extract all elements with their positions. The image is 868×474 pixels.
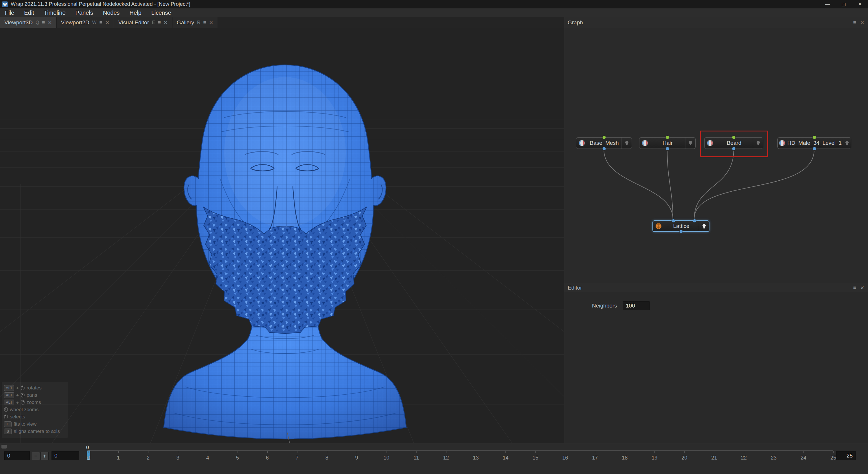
tick-label: 11: [413, 455, 419, 461]
tick-label: 5: [236, 455, 239, 461]
hint-row: S aligns camera to axis: [4, 428, 65, 435]
output-port[interactable]: [665, 147, 669, 151]
tick-label: 4: [206, 455, 209, 461]
hint-row: ALT + zooms: [4, 399, 65, 406]
visibility-bulb[interactable]: [753, 138, 763, 149]
output-port[interactable]: [732, 147, 736, 151]
viewport-3d-canvas[interactable]: [0, 28, 564, 443]
tick-label: 0: [87, 455, 90, 461]
mouse-left-icon: [21, 385, 25, 390]
geometry-icon: [576, 138, 587, 149]
tick-label: 23: [771, 455, 777, 461]
frame-increment-button[interactable]: +: [40, 452, 49, 460]
tab-viewport2d[interactable]: Viewport2D W ≡ ✕: [57, 18, 114, 28]
graph-edge: [667, 149, 673, 219]
hint-row: selects: [4, 413, 65, 420]
hint-row: F fits to view: [4, 420, 65, 428]
tab-close-icon[interactable]: ✕: [164, 20, 168, 26]
hint-text: rotates: [27, 385, 42, 391]
input-port[interactable]: [672, 219, 675, 223]
tick-label: 18: [622, 455, 627, 461]
tab-close-icon[interactable]: ✕: [105, 20, 109, 26]
tab-close-icon[interactable]: ✕: [48, 20, 52, 26]
menu-item-file[interactable]: File: [0, 8, 19, 18]
tick-label: 21: [711, 455, 717, 461]
hint-text: selects: [10, 414, 25, 420]
tab-label: Viewport3D: [4, 20, 33, 26]
tab-visual-editor[interactable]: Visual Editor E ≡ ✕: [114, 18, 173, 28]
hint-row: ALT + pans: [4, 391, 65, 399]
neighbors-field-row: Neighbors: [564, 301, 868, 310]
node-hd-male[interactable]: HD_Male_34_Level_1: [777, 137, 851, 149]
timeline-scrollbar[interactable]: [0, 443, 868, 450]
graph-close-icon[interactable]: ✕: [860, 20, 864, 26]
output-port[interactable]: [602, 136, 606, 139]
alt-badge: ALT: [4, 385, 14, 391]
tab-menu-icon[interactable]: ≡: [99, 20, 102, 26]
visibility-bulb[interactable]: [843, 138, 851, 149]
tab-menu-icon[interactable]: ≡: [42, 20, 45, 26]
title-bar: W Wrap 2021.11.3 Professional Perpetual …: [0, 0, 868, 9]
playhead-label: 0: [86, 445, 89, 450]
tab-menu-icon[interactable]: ≡: [204, 20, 206, 26]
minimize-button[interactable]: —: [819, 0, 836, 8]
tick-label: 6: [266, 455, 269, 461]
timeline-scrollbar-handle[interactable]: [1, 445, 7, 448]
timeline-frame-input[interactable]: [4, 451, 30, 460]
maximize-button[interactable]: ▢: [836, 0, 852, 8]
input-port[interactable]: [693, 219, 696, 223]
bulb-icon: [845, 140, 849, 146]
hint-text: zooms: [27, 399, 41, 405]
timeline-value-input[interactable]: [52, 451, 79, 460]
tick-label: 22: [741, 455, 747, 461]
visibility-bulb[interactable]: [685, 138, 695, 149]
graph-canvas[interactable]: Base_Mesh Hair Beard: [564, 28, 868, 283]
output-port[interactable]: [679, 230, 683, 233]
menu-item-edit[interactable]: Edit: [19, 8, 39, 18]
alt-badge: ALT: [4, 392, 14, 398]
node-lattice[interactable]: Lattice: [652, 220, 709, 232]
tab-close-icon[interactable]: ✕: [209, 20, 213, 26]
visibility-bulb[interactable]: [699, 221, 709, 231]
output-port[interactable]: [665, 136, 669, 139]
tab-label: Viewport2D: [61, 20, 89, 26]
node-beard[interactable]: Beard: [704, 137, 763, 149]
hint-text: fits to view: [13, 421, 36, 427]
menu-item-nodes[interactable]: Nodes: [98, 8, 125, 18]
tick-label: 15: [532, 455, 538, 461]
menu-item-help[interactable]: Help: [125, 8, 146, 18]
node-base-mesh[interactable]: Base_Mesh: [576, 137, 632, 149]
app-window: W Wrap 2021.11.3 Professional Perpetual …: [0, 0, 868, 474]
tick-label: 10: [384, 455, 390, 461]
window-title: Wrap 2021.11.3 Professional Perpetual No…: [11, 1, 190, 7]
tab-gallery[interactable]: Gallery R ≡ ✕: [173, 18, 218, 28]
tick-label: 20: [681, 455, 687, 461]
mouse-wheel-icon: [4, 407, 8, 412]
frame-decrement-button[interactable]: −: [32, 452, 40, 460]
visibility-bulb[interactable]: [621, 138, 631, 149]
tab-shortcut: R: [197, 20, 200, 25]
output-port[interactable]: [602, 147, 606, 151]
timeline-end-input[interactable]: [836, 451, 856, 460]
tick-label: 25: [830, 455, 836, 461]
menu-item-panels[interactable]: Panels: [71, 8, 98, 18]
output-port[interactable]: [812, 136, 816, 139]
timeline-ruler[interactable]: 0 01234567891011121314151617181920212223…: [89, 450, 833, 462]
tab-label: Gallery: [177, 20, 194, 26]
tab-menu-icon[interactable]: ≡: [158, 20, 161, 26]
editor-menu-icon[interactable]: ≡: [853, 285, 856, 291]
editor-panel: Neighbors: [564, 292, 868, 443]
tick-label: 3: [177, 455, 179, 461]
tick-label: 1: [117, 455, 120, 461]
tab-viewport3d[interactable]: Viewport3D Q ≡ ✕: [0, 18, 57, 28]
alt-badge: ALT: [4, 399, 14, 405]
close-button[interactable]: ✕: [852, 0, 868, 8]
menu-item-license[interactable]: License: [146, 8, 176, 18]
neighbors-input[interactable]: [623, 301, 650, 310]
menu-item-timeline[interactable]: Timeline: [39, 8, 71, 18]
graph-menu-icon[interactable]: ≡: [853, 20, 856, 26]
output-port[interactable]: [812, 147, 816, 151]
output-port[interactable]: [732, 136, 736, 139]
node-hair[interactable]: Hair: [639, 137, 695, 149]
editor-close-icon[interactable]: ✕: [860, 285, 864, 291]
